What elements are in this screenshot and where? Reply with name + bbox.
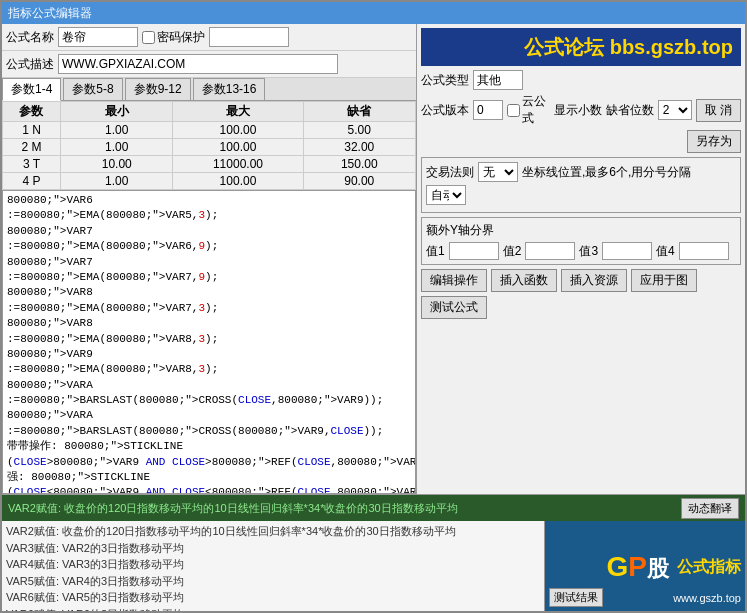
code-line: 800080;">VAR7 <box>7 255 411 270</box>
save-as-row: 另存为 <box>421 130 741 153</box>
digits-select[interactable]: 234 <box>658 100 692 120</box>
param-default-input[interactable] <box>332 123 387 137</box>
formula-name-row: 公式名称 密码保护 <box>2 24 416 51</box>
title-bar: 指标公式编辑器 <box>2 2 745 24</box>
trade-type-select[interactable]: 无 <box>478 162 518 182</box>
param-id: 1 N <box>3 122 61 139</box>
banner-text: 公式论坛 bbs.gszb.top <box>524 34 733 61</box>
formula-desc-input[interactable] <box>58 54 338 74</box>
password-input[interactable] <box>209 27 289 47</box>
param-min-input[interactable] <box>89 157 144 171</box>
trade-label: 交易法则 <box>426 164 474 181</box>
trade-section: 交易法则 无 坐标线位置,最多6个,用分号分隔 自动 <box>421 157 741 213</box>
formula-type-row: 公式类型 <box>421 70 741 90</box>
formula-logo: 公式指标 <box>677 557 741 578</box>
var-list-item: VAR2赋值: 收盘价的120日指数移动平均的10日线性回归斜率*34*收盘价的… <box>6 523 540 540</box>
param-default-input[interactable] <box>332 174 387 188</box>
var-list-item: VAR3赋值: VAR2的3日指数移动平均 <box>6 540 540 557</box>
dynamic-translate-button[interactable]: 动态翻译 <box>681 498 739 519</box>
save-as-button[interactable]: 另存为 <box>687 130 741 153</box>
param-max-input[interactable] <box>205 157 270 171</box>
param-min-input[interactable] <box>89 123 144 137</box>
var-list-area: VAR2赋值: 收盘价的120日指数移动平均的10日线性回归斜率*34*收盘价的… <box>2 521 745 611</box>
val2-input[interactable] <box>525 242 575 260</box>
tab-params-1-4[interactable]: 参数1-4 <box>2 78 61 101</box>
gp-logo: GP股 <box>607 551 669 584</box>
cloud-formula-checkbox[interactable] <box>507 104 520 117</box>
code-editor[interactable]: 800080;">VAR6:=800080;">EMA(800080;">VAR… <box>2 190 416 494</box>
left-panel: 公式名称 密码保护 公式描述 参数1-4 参数5-8 参数9-12 参数13-1… <box>2 24 417 494</box>
param-default-input[interactable] <box>332 140 387 154</box>
formula-name-label: 公式名称 <box>6 29 54 46</box>
编辑操作-button[interactable]: 编辑操作 <box>421 269 487 292</box>
var-list-item: VAR4赋值: VAR3的3日指数移动平均 <box>6 556 540 573</box>
formula-logo-text: 公式指标 <box>677 557 741 578</box>
top-banner: 公式论坛 bbs.gszb.top <box>421 28 741 66</box>
param-max-input[interactable] <box>205 123 270 137</box>
formula-version-input[interactable] <box>473 100 503 120</box>
var-list-item: VAR6赋值: VAR5的3日指数移动平均 <box>6 589 540 606</box>
right-panel: 公式论坛 bbs.gszb.top 公式类型 公式版本 云公式 显示小数 缺省位… <box>417 24 745 494</box>
code-line: 800080;">VAR9 <box>7 347 411 362</box>
tabs-row: 参数1-4 参数5-8 参数9-12 参数13-16 <box>2 78 416 101</box>
formula-desc-label: 公式描述 <box>6 56 54 73</box>
code-line: 带带操作: 800080;">STICKLINE <box>7 439 411 454</box>
bottom-desc-text: VAR2赋值: 收盘价的120日指数移动平均的10日线性回归斜率*34*收盘价的… <box>8 501 673 516</box>
cloud-formula-label: 云公式 <box>507 93 550 127</box>
password-checkbox[interactable] <box>142 31 155 44</box>
cancel-button[interactable]: 取 消 <box>696 99 741 122</box>
password-checkbox-label: 密码保护 <box>142 29 205 46</box>
table-row: 1 N <box>3 122 416 139</box>
code-line: 800080;">VARA <box>7 408 411 423</box>
col-header-min: 最小 <box>60 102 172 122</box>
插入函数-button[interactable]: 插入函数 <box>491 269 557 292</box>
var-list-item: VAR5赋值: VAR4的3日指数移动平均 <box>6 573 540 590</box>
formula-name-input[interactable] <box>58 27 138 47</box>
应用于图-button[interactable]: 应用于图 <box>631 269 697 292</box>
code-line: 强: 800080;">STICKLINE <box>7 470 411 485</box>
show-small-label: 显示小数 <box>554 102 602 119</box>
axis-section: 额外Y轴分界 值1 值2 值3 值4 <box>421 217 741 265</box>
table-row: 4 P <box>3 173 416 190</box>
test-result-button[interactable]: 测试结果 <box>549 588 603 607</box>
code-line: 800080;">VAR6 <box>7 193 411 208</box>
logo-bottom-row: 测试结果 www.gszb.top <box>549 588 741 607</box>
code-line: 800080;">VAR7 <box>7 224 411 239</box>
bottom-bar: VAR2赋值: 收盘价的120日指数移动平均的10日线性回归斜率*34*收盘价的… <box>2 495 745 521</box>
formula-type-input[interactable] <box>473 70 523 90</box>
trade-row: 交易法则 无 坐标线位置,最多6个,用分号分隔 <box>426 162 736 182</box>
params-table: 参数 最小 最大 缺省 1 N 2 M 3 T 4 P <box>2 101 416 190</box>
logo-area: GP股 公式指标 测试结果 www.gszb.top <box>545 521 745 611</box>
val4-input[interactable] <box>679 242 729 260</box>
param-min-input[interactable] <box>89 140 144 154</box>
val2-label: 值2 <box>503 243 522 260</box>
param-max-input[interactable] <box>205 140 270 154</box>
val4-label: 值4 <box>656 243 675 260</box>
formula-type-label: 公式类型 <box>421 72 469 89</box>
param-id: 2 M <box>3 139 61 156</box>
code-line: 800080;">VAR8 <box>7 316 411 331</box>
code-line: 800080;">VAR8 <box>7 285 411 300</box>
插入资源-button[interactable]: 插入资源 <box>561 269 627 292</box>
table-row: 2 M <box>3 139 416 156</box>
action-buttons-row: 编辑操作插入函数插入资源应用于图测试公式 <box>421 269 741 319</box>
param-default-input[interactable] <box>332 157 387 171</box>
logo-site: www.gszb.top <box>673 592 741 604</box>
tab-params-5-8[interactable]: 参数5-8 <box>63 78 122 100</box>
tab-params-13-16[interactable]: 参数13-16 <box>193 78 266 100</box>
param-id: 3 T <box>3 156 61 173</box>
tab-params-9-12[interactable]: 参数9-12 <box>125 78 191 100</box>
formula-version-row: 公式版本 云公式 显示小数 缺省位数 234 取 消 <box>421 93 741 127</box>
param-id: 4 P <box>3 173 61 190</box>
var-list-item: VAR6赋值: VAR6的3日指数移动平均 <box>6 606 540 612</box>
param-max-input[interactable] <box>205 174 270 188</box>
col-header-default: 缺省 <box>303 102 416 122</box>
val3-input[interactable] <box>602 242 652 260</box>
val1-input[interactable] <box>449 242 499 260</box>
var-list: VAR2赋值: 收盘价的120日指数移动平均的10日线性回归斜率*34*收盘价的… <box>2 521 545 611</box>
auto-select[interactable]: 自动 <box>426 185 466 205</box>
col-header-max: 最大 <box>173 102 303 122</box>
coord-label: 坐标线位置,最多6个,用分号分隔 <box>522 164 691 181</box>
测试公式-button[interactable]: 测试公式 <box>421 296 487 319</box>
param-min-input[interactable] <box>89 174 144 188</box>
